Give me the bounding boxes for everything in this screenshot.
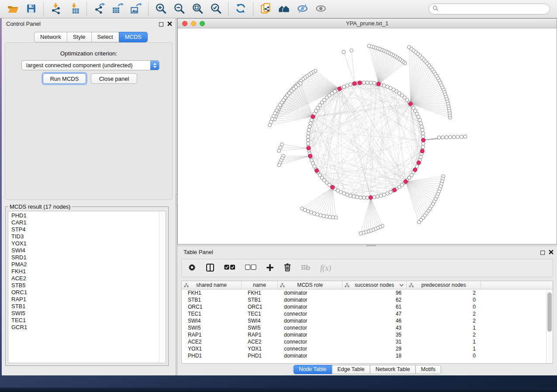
network-canvas[interactable] <box>178 28 557 244</box>
network-node[interactable] <box>306 142 310 145</box>
mcds-result-item[interactable]: GCR1 <box>11 324 166 331</box>
zoom-selected-button[interactable] <box>208 2 223 17</box>
network-node[interactable] <box>422 142 425 145</box>
network-leaf-node[interactable] <box>449 135 452 139</box>
mcds-hub-node[interactable] <box>308 154 312 158</box>
mcds-hub-node[interactable] <box>369 196 373 199</box>
network-node[interactable] <box>420 125 423 128</box>
tab-network-table[interactable]: Network Table <box>370 365 416 374</box>
network-leaf-node[interactable] <box>277 149 281 152</box>
mcds-result-item[interactable]: STB1 <box>11 303 166 310</box>
mcds-result-item[interactable]: STB5 <box>11 282 166 289</box>
network-leaf-node[interactable] <box>322 214 325 218</box>
mcds-result-item[interactable]: RAP1 <box>11 296 166 303</box>
float-panel-icon[interactable] <box>540 251 545 255</box>
network-node[interactable] <box>306 138 310 142</box>
network-node[interactable] <box>422 135 425 138</box>
network-leaf-node[interactable] <box>407 45 411 49</box>
hide-selected-button[interactable] <box>295 2 310 17</box>
mcds-hub-node[interactable] <box>311 115 315 119</box>
tab-network[interactable]: Network <box>34 32 67 42</box>
network-leaf-node[interactable] <box>445 136 448 139</box>
network-node[interactable] <box>359 196 362 199</box>
mcds-result-item[interactable]: FKH1 <box>11 268 166 275</box>
column-layout-icon[interactable] <box>206 263 214 273</box>
network-node[interactable] <box>373 81 376 85</box>
mcds-hub-node[interactable] <box>420 149 424 153</box>
mcds-result-item[interactable]: SRD1 <box>11 254 166 261</box>
tab-node-table[interactable]: Node Table <box>293 365 332 374</box>
network-leaf-node[interactable] <box>452 135 456 139</box>
table-row[interactable]: SWI5SWI5connector431 <box>182 324 553 331</box>
add-column-plus-icon[interactable] <box>266 264 274 273</box>
tab-select[interactable]: Select <box>91 32 119 42</box>
network-node[interactable] <box>346 84 349 87</box>
float-panel-icon[interactable] <box>159 22 163 27</box>
mcds-hub-node[interactable] <box>358 81 362 85</box>
table-row[interactable]: SWI4SWI4dominator462 <box>182 317 553 324</box>
mcds-result-item[interactable]: PHD1 <box>11 212 166 219</box>
close-panel-icon[interactable] <box>549 249 554 256</box>
export-image-button[interactable] <box>128 2 143 17</box>
network-node[interactable] <box>346 193 349 196</box>
import-table-button[interactable] <box>67 2 82 17</box>
network-leaf-node[interactable] <box>350 49 353 52</box>
mcds-result-item[interactable]: TEC1 <box>11 317 166 324</box>
select-all-columns-icon[interactable] <box>224 265 235 272</box>
network-leaf-node[interactable] <box>342 50 346 54</box>
network-node[interactable] <box>306 135 310 138</box>
network-node[interactable] <box>349 83 352 86</box>
column-header-predecessor-nodes[interactable]: predecessor nodes <box>407 281 481 289</box>
mcds-result-item[interactable]: PMA2 <box>11 261 166 268</box>
mcds-result-item[interactable]: ORC1 <box>11 289 166 296</box>
mcds-hub-node[interactable] <box>404 180 408 184</box>
column-header-name[interactable]: name <box>242 281 278 289</box>
column-header-shared-name[interactable]: shared name <box>182 281 242 289</box>
column-header-MCDS-role[interactable]: MCDS role <box>278 281 343 289</box>
zoom-in-button[interactable] <box>153 2 168 17</box>
show-all-button[interactable] <box>313 2 328 17</box>
zoom-fit-button[interactable] <box>190 2 205 17</box>
network-node[interactable] <box>307 131 310 135</box>
network-leaf-node[interactable] <box>441 136 445 139</box>
scrollbar-thumb[interactable] <box>547 292 552 332</box>
mcds-hub-node[interactable] <box>353 82 356 86</box>
network-node[interactable] <box>369 81 373 85</box>
optimization-criterion-select[interactable]: largest connected component (undirected) <box>21 60 159 70</box>
search-box[interactable] <box>429 3 550 14</box>
network-node[interactable] <box>421 145 425 149</box>
network-node[interactable] <box>419 121 422 125</box>
network-node[interactable] <box>373 196 376 199</box>
network-leaf-node[interactable] <box>359 232 363 235</box>
new-network-from-selection-button[interactable] <box>258 2 273 17</box>
minimize-window-icon[interactable] <box>191 21 196 26</box>
mcds-result-item[interactable]: SWI4 <box>11 247 166 254</box>
column-header-successor-nodes[interactable]: successor nodes <box>343 281 407 289</box>
tab-motifs[interactable]: Motifs <box>415 365 441 374</box>
network-leaf-node[interactable] <box>437 136 441 139</box>
mcds-result-item[interactable]: CAR1 <box>11 219 166 226</box>
mcds-result-item[interactable]: STP4 <box>11 226 166 233</box>
network-leaf-node[interactable] <box>456 135 460 139</box>
tab-style[interactable]: Style <box>67 32 92 42</box>
table-row[interactable]: ACE2ACE2connector311 <box>182 338 553 345</box>
network-node[interactable] <box>366 81 369 84</box>
network-leaf-node[interactable] <box>367 44 371 48</box>
network-node[interactable] <box>362 196 366 199</box>
network-node[interactable] <box>307 128 311 132</box>
settings-gear-icon[interactable] <box>188 263 196 273</box>
maximize-window-icon[interactable] <box>200 21 205 26</box>
mcds-hub-node[interactable] <box>315 168 319 172</box>
houses-button[interactable] <box>277 2 291 17</box>
mcds-result-item[interactable]: TID3 <box>11 233 166 240</box>
network-leaf-node[interactable] <box>460 135 463 138</box>
mcds-hub-node[interactable] <box>408 102 412 106</box>
table-row[interactable]: PHD1PHD1dominator180 <box>182 352 553 359</box>
network-node[interactable] <box>379 194 383 197</box>
open-session-button[interactable] <box>5 2 20 17</box>
network-node[interactable] <box>376 195 379 198</box>
mcds-hub-node[interactable] <box>331 186 335 189</box>
network-leaf-node[interactable] <box>279 146 282 149</box>
network-node[interactable] <box>308 125 311 128</box>
import-network-button[interactable] <box>48 2 63 17</box>
